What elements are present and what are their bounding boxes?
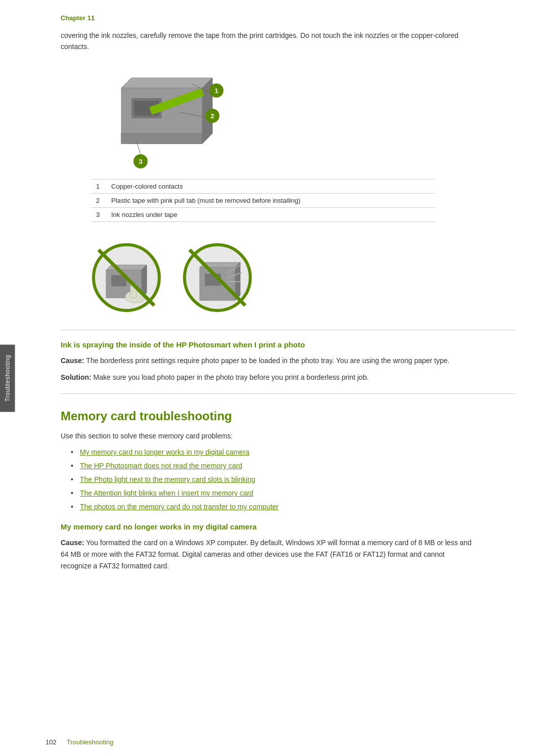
memory-card-link[interactable]: The HP Photosmart does not read the memo… (80, 462, 242, 470)
part-description: Ink nozzles under tape (106, 207, 435, 221)
intro-paragraph: covering the ink nozzles, carefully remo… (61, 30, 475, 53)
part-description: Copper-colored contacts (106, 179, 435, 193)
part-number: 3 (91, 207, 106, 221)
memory-card-link[interactable]: The Photo light next to the memory card … (80, 475, 255, 483)
list-item: The Photo light next to the memory card … (71, 474, 516, 485)
ink-section-heading: Ink is spraying the inside of the HP Pho… (61, 340, 516, 349)
warning-images-area (91, 242, 516, 315)
list-item: The HP Photosmart does not read the memo… (71, 461, 516, 471)
memory-card-sub-heading: My memory card no longer works in my dig… (61, 522, 516, 531)
svg-text:1: 1 (214, 87, 218, 95)
memory-card-link[interactable]: The photos on the memory card do not tra… (80, 503, 279, 511)
side-tab: Troubleshooting (0, 0, 15, 756)
memory-card-link[interactable]: The Attention light blinks when I insert… (80, 489, 253, 497)
memory-card-link[interactable]: My memory card no longer works in my dig… (80, 448, 249, 456)
part-description: Plastic tape with pink pull tab (must be… (106, 193, 435, 207)
parts-table: 1Copper-colored contacts2Plastic tape wi… (91, 179, 435, 222)
mc-cause-body: You formatted the card on a Windows XP c… (61, 539, 472, 570)
page-number: 102 (46, 738, 57, 746)
footer-section-label: Troubleshooting (67, 738, 114, 746)
memory-card-links-list: My memory card no longer works in my dig… (71, 447, 516, 512)
page-footer: 102 Troubleshooting (46, 738, 113, 746)
memory-card-cause: Cause: You formatted the card on a Windo… (61, 537, 475, 572)
svg-marker-0 (121, 78, 212, 88)
table-row: 2Plastic tape with pink pull tab (must b… (91, 193, 435, 207)
ink-cause-text: Cause: The borderless print settings req… (61, 355, 475, 367)
printer-diagram-area: 1 2 3 1Copper-colored contacts2Plastic t… (91, 63, 516, 232)
svg-marker-3 (121, 134, 202, 144)
printer-illustration: 1 2 3 (91, 63, 233, 174)
ink-solution-text: Solution: Make sure you load photo paper… (61, 372, 475, 383)
solution-label: Solution: (61, 373, 92, 381)
cause-label: Cause: (61, 357, 84, 365)
svg-text:3: 3 (139, 158, 142, 165)
memory-card-section: Memory card troubleshooting Use this sec… (61, 409, 516, 572)
part-number: 1 (91, 179, 106, 193)
warning-image-1 (91, 242, 162, 315)
table-row: 3Ink nozzles under tape (91, 207, 435, 221)
memory-card-intro: Use this section to solve these memory c… (61, 430, 475, 442)
list-item: The photos on the memory card do not tra… (71, 502, 516, 512)
cause-body: The borderless print settings require ph… (84, 357, 450, 365)
list-item: The Attention light blinks when I insert… (71, 488, 516, 499)
solution-body: Make sure you load photo paper in the ph… (92, 373, 369, 381)
table-row: 1Copper-colored contacts (91, 179, 435, 193)
section-divider-1 (61, 330, 516, 330)
warning-image-2 (182, 242, 253, 315)
section-divider-2 (61, 393, 516, 394)
memory-card-heading: Memory card troubleshooting (61, 409, 516, 423)
list-item: My memory card no longer works in my dig… (71, 447, 516, 458)
ink-spraying-section: Ink is spraying the inside of the HP Pho… (61, 340, 516, 383)
part-number: 2 (91, 193, 106, 207)
mc-cause-label: Cause: (61, 539, 84, 547)
svg-text:2: 2 (210, 112, 214, 120)
printer-svg: 1 2 3 (91, 63, 233, 174)
side-tab-label: Troubleshooting (0, 344, 15, 412)
chapter-label: Chapter 11 (61, 14, 516, 22)
